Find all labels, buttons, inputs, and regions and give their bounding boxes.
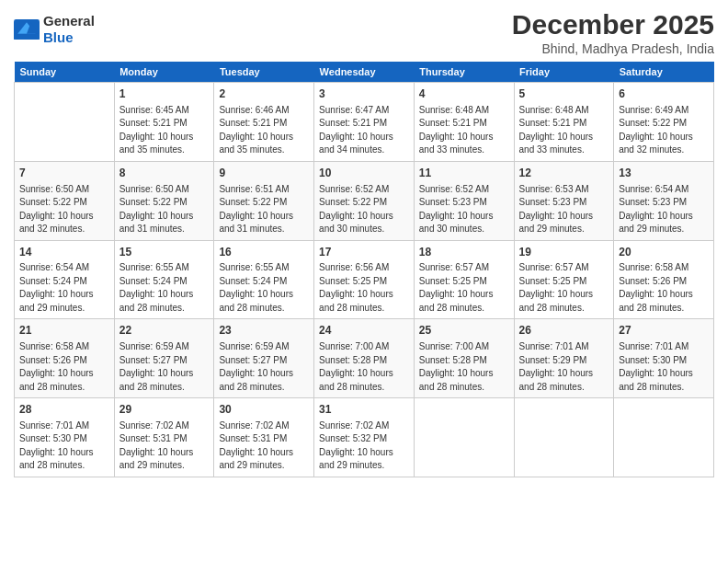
calendar-cell: 16Sunrise: 6:55 AMSunset: 5:24 PMDayligh… [214, 240, 314, 319]
calendar-cell: 31Sunrise: 7:02 AMSunset: 5:32 PMDayligh… [314, 398, 415, 477]
col-header-friday: Friday [514, 62, 614, 83]
day-number: 11 [419, 166, 509, 181]
day-info: Sunrise: 6:48 AMSunset: 5:21 PMDaylight:… [519, 104, 609, 157]
calendar-cell: 12Sunrise: 6:53 AMSunset: 5:23 PMDayligh… [514, 161, 614, 240]
day-number: 13 [619, 166, 709, 181]
calendar-cell: 14Sunrise: 6:54 AMSunset: 5:24 PMDayligh… [15, 240, 115, 319]
day-number: 15 [119, 245, 210, 260]
calendar-cell: 22Sunrise: 6:59 AMSunset: 5:27 PMDayligh… [114, 319, 214, 398]
day-number: 12 [519, 166, 609, 181]
week-row-0: 1Sunrise: 6:45 AMSunset: 5:21 PMDaylight… [15, 83, 714, 162]
calendar-cell: 3Sunrise: 6:47 AMSunset: 5:21 PMDaylight… [314, 83, 415, 162]
calendar-cell: 13Sunrise: 6:54 AMSunset: 5:23 PMDayligh… [614, 161, 714, 240]
day-info: Sunrise: 6:58 AMSunset: 5:26 PMDaylight:… [619, 261, 709, 315]
svg-rect-3 [14, 34, 40, 40]
day-info: Sunrise: 7:01 AMSunset: 5:29 PMDaylight:… [519, 340, 609, 394]
logo-blue: Blue [43, 29, 74, 45]
day-number: 25 [419, 323, 509, 339]
day-number: 5 [519, 86, 609, 102]
day-info: Sunrise: 6:59 AMSunset: 5:27 PMDaylight:… [119, 340, 210, 394]
day-number: 20 [619, 245, 709, 260]
logo-text: General Blue [43, 13, 95, 46]
calendar-table: SundayMondayTuesdayWednesdayThursdayFrid… [14, 62, 714, 477]
week-row-4: 28Sunrise: 7:01 AMSunset: 5:30 PMDayligh… [15, 398, 714, 477]
calendar-cell: 4Sunrise: 6:48 AMSunset: 5:21 PMDaylight… [414, 83, 514, 162]
calendar-cell: 7Sunrise: 6:50 AMSunset: 5:22 PMDaylight… [15, 161, 115, 240]
day-info: Sunrise: 6:45 AMSunset: 5:21 PMDaylight:… [119, 104, 210, 157]
logo-general: General [43, 13, 95, 29]
calendar-cell: 9Sunrise: 6:51 AMSunset: 5:22 PMDaylight… [214, 161, 314, 240]
day-info: Sunrise: 7:00 AMSunset: 5:28 PMDaylight:… [419, 340, 509, 394]
col-header-thursday: Thursday [414, 62, 514, 83]
day-number: 16 [219, 245, 309, 260]
calendar-cell: 23Sunrise: 6:59 AMSunset: 5:27 PMDayligh… [214, 319, 314, 398]
calendar-cell: 2Sunrise: 6:46 AMSunset: 5:21 PMDaylight… [214, 83, 314, 162]
day-info: Sunrise: 7:01 AMSunset: 5:30 PMDaylight:… [619, 340, 709, 394]
day-info: Sunrise: 7:00 AMSunset: 5:28 PMDaylight:… [319, 340, 409, 394]
day-number: 29 [119, 402, 210, 418]
calendar-cell: 8Sunrise: 6:50 AMSunset: 5:22 PMDaylight… [114, 161, 214, 240]
calendar-cell: 5Sunrise: 6:48 AMSunset: 5:21 PMDaylight… [514, 83, 614, 162]
main-title: December 2025 [512, 9, 714, 40]
week-row-2: 14Sunrise: 6:54 AMSunset: 5:24 PMDayligh… [15, 240, 714, 319]
day-number: 17 [319, 245, 409, 260]
day-number: 14 [19, 245, 109, 260]
calendar-cell: 28Sunrise: 7:01 AMSunset: 5:30 PMDayligh… [15, 398, 115, 477]
title-block: December 2025 Bhind, Madhya Pradesh, Ind… [512, 9, 714, 56]
day-number: 30 [219, 402, 309, 418]
day-info: Sunrise: 6:48 AMSunset: 5:21 PMDaylight:… [419, 104, 509, 157]
day-number: 26 [519, 323, 609, 339]
col-header-monday: Monday [114, 62, 214, 83]
day-number: 22 [119, 323, 210, 339]
day-info: Sunrise: 6:50 AMSunset: 5:22 PMDaylight:… [119, 183, 210, 236]
calendar-cell: 21Sunrise: 6:58 AMSunset: 5:26 PMDayligh… [15, 319, 115, 398]
calendar-cell: 17Sunrise: 6:56 AMSunset: 5:25 PMDayligh… [314, 240, 415, 319]
day-info: Sunrise: 6:46 AMSunset: 5:21 PMDaylight:… [219, 104, 309, 157]
col-header-sunday: Sunday [15, 62, 115, 83]
day-info: Sunrise: 6:54 AMSunset: 5:24 PMDaylight:… [19, 261, 109, 315]
calendar-cell: 30Sunrise: 7:02 AMSunset: 5:31 PMDayligh… [214, 398, 314, 477]
day-info: Sunrise: 7:02 AMSunset: 5:32 PMDaylight:… [319, 419, 409, 473]
week-row-1: 7Sunrise: 6:50 AMSunset: 5:22 PMDaylight… [15, 161, 714, 240]
day-number: 9 [219, 166, 309, 181]
day-number: 10 [319, 166, 409, 181]
calendar-cell: 25Sunrise: 7:00 AMSunset: 5:28 PMDayligh… [414, 319, 514, 398]
calendar-cell: 1Sunrise: 6:45 AMSunset: 5:21 PMDaylight… [114, 83, 214, 162]
col-header-tuesday: Tuesday [214, 62, 314, 83]
day-number: 28 [19, 402, 109, 418]
day-info: Sunrise: 6:49 AMSunset: 5:22 PMDaylight:… [619, 104, 709, 157]
calendar-cell: 20Sunrise: 6:58 AMSunset: 5:26 PMDayligh… [614, 240, 714, 319]
calendar-cell: 26Sunrise: 7:01 AMSunset: 5:29 PMDayligh… [514, 319, 614, 398]
day-number: 19 [519, 245, 609, 260]
calendar-cell: 18Sunrise: 6:57 AMSunset: 5:25 PMDayligh… [414, 240, 514, 319]
day-number: 21 [19, 323, 109, 339]
day-number: 31 [319, 402, 409, 418]
day-number: 24 [319, 323, 409, 339]
calendar-cell [414, 398, 514, 477]
day-info: Sunrise: 6:56 AMSunset: 5:25 PMDaylight:… [319, 261, 409, 315]
calendar-cell [15, 83, 115, 162]
calendar-cell [614, 398, 714, 477]
day-info: Sunrise: 7:01 AMSunset: 5:30 PMDaylight:… [19, 419, 109, 473]
day-number: 18 [419, 245, 509, 260]
calendar-cell: 27Sunrise: 7:01 AMSunset: 5:30 PMDayligh… [614, 319, 714, 398]
day-number: 8 [119, 166, 210, 181]
calendar-cell: 19Sunrise: 6:57 AMSunset: 5:25 PMDayligh… [514, 240, 614, 319]
day-info: Sunrise: 6:54 AMSunset: 5:23 PMDaylight:… [619, 183, 709, 236]
day-info: Sunrise: 6:57 AMSunset: 5:25 PMDaylight:… [519, 261, 609, 315]
day-number: 7 [19, 166, 109, 181]
day-info: Sunrise: 6:52 AMSunset: 5:23 PMDaylight:… [419, 183, 509, 236]
day-number: 6 [619, 86, 709, 102]
calendar-cell: 29Sunrise: 7:02 AMSunset: 5:31 PMDayligh… [114, 398, 214, 477]
logo-icon [14, 19, 40, 40]
calendar-cell: 24Sunrise: 7:00 AMSunset: 5:28 PMDayligh… [314, 319, 415, 398]
calendar-cell: 11Sunrise: 6:52 AMSunset: 5:23 PMDayligh… [414, 161, 514, 240]
day-info: Sunrise: 6:59 AMSunset: 5:27 PMDaylight:… [219, 340, 309, 394]
day-info: Sunrise: 6:50 AMSunset: 5:22 PMDaylight:… [19, 183, 109, 236]
week-row-3: 21Sunrise: 6:58 AMSunset: 5:26 PMDayligh… [15, 319, 714, 398]
day-info: Sunrise: 7:02 AMSunset: 5:31 PMDaylight:… [219, 419, 309, 473]
day-number: 1 [119, 86, 210, 102]
page-container: General Blue December 2025 Bhind, Madhya… [0, 0, 728, 487]
calendar-cell [514, 398, 614, 477]
day-number: 2 [219, 86, 309, 102]
